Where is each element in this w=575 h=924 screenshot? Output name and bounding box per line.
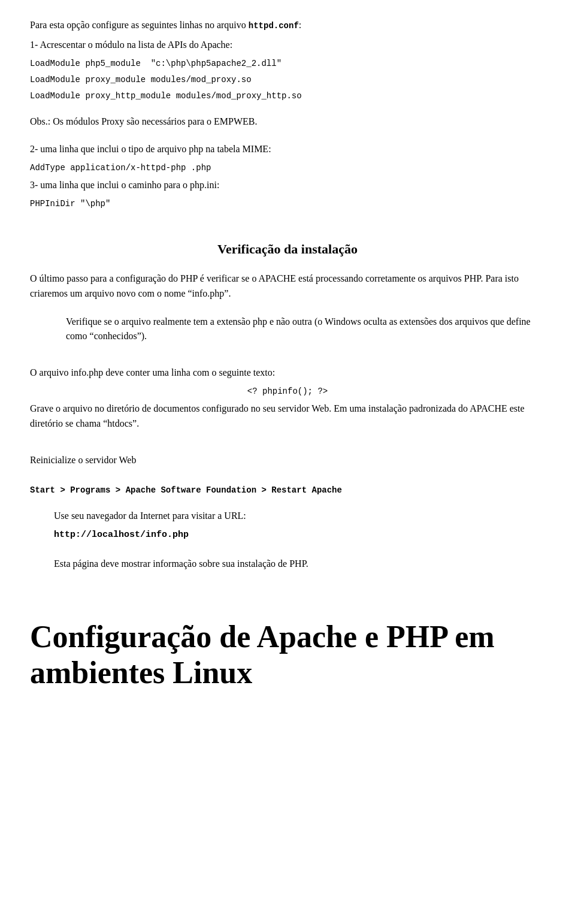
intro-colon: : (299, 20, 301, 30)
paragraph3: O arquivo info.php deve conter uma linha… (30, 366, 545, 381)
line3-intro: 3- uma linha que inclui o caminho para o… (30, 178, 545, 193)
code-line6: <? phpinfo(); ?> (30, 385, 545, 398)
intro-text: Para esta opção configure as seguintes l… (30, 20, 249, 30)
bottom-heading: Configuração de Apache e PHP em ambiente… (30, 619, 545, 691)
code-line4: AddType application/x-httpd-php .php (30, 162, 545, 174)
reinicialize-text: Reinicialize o servidor Web (30, 453, 545, 468)
esta-pagina-text: Esta página deve mostrar informação sobr… (54, 557, 545, 572)
section-heading: Verificação da instalação (30, 241, 545, 257)
paragraph1: O último passo para a configuração do PH… (30, 271, 545, 301)
code-line7: Start > Programs > Apache Software Found… (30, 484, 545, 497)
url-link[interactable]: http://localhost/info.php (54, 529, 545, 542)
paragraph4: Grave o arquivo no diretório de document… (30, 401, 545, 431)
intro-paragraph: Para esta opção configure as seguintes l… (30, 18, 545, 33)
line1-text: 1- Acrescentar o módulo na lista de APIs… (30, 38, 545, 53)
paragraph2: Verifique se o arquivo realmente tem a e… (66, 315, 545, 345)
httpd-conf-bold: httpd.conf (249, 21, 299, 31)
code-line2: LoadModule proxy_module modules/mod_prox… (30, 74, 545, 86)
code-line1: LoadModule php5_module "c:\php\php5apach… (30, 58, 545, 70)
use-seu-text: Use seu navegador da Internet para visit… (54, 509, 545, 524)
code-line5: PHPIniDir "\php" (30, 198, 545, 210)
line2-intro: 2- uma linha que inclui o tipo de arquiv… (30, 142, 545, 157)
obs-line: Obs.: Os módulos Proxy são necessários p… (30, 114, 545, 129)
code-line3: LoadModule proxy_http_module modules/mod… (30, 90, 545, 102)
